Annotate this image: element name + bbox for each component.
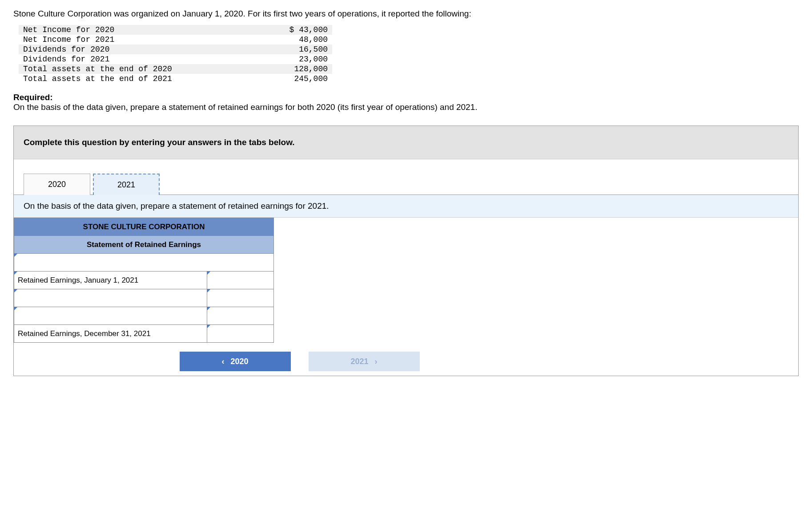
chevron-right-icon: ›: [375, 357, 378, 366]
next-button[interactable]: 2021 ›: [309, 352, 420, 371]
next-label: 2021: [350, 357, 368, 366]
end-balance-input[interactable]: [207, 325, 274, 343]
prev-button[interactable]: ‹ 2020: [180, 352, 291, 371]
tab-instruction: On the basis of the data given, prepare …: [14, 195, 798, 218]
required-block: Required: On the basis of the data given…: [13, 93, 799, 112]
end-balance-label: Retained Earnings, December 31, 2021: [14, 325, 207, 343]
company-name-header: STONE CULTURE CORPORATION: [14, 218, 274, 236]
data-label: Dividends for 2021: [19, 54, 281, 64]
data-label: Dividends for 2020: [19, 45, 281, 54]
line-item-input[interactable]: [207, 307, 274, 325]
required-text: On the basis of the data given, prepare …: [13, 102, 478, 112]
line-item-label[interactable]: [14, 307, 207, 325]
instruction-bar: Complete this question by entering your …: [14, 126, 798, 159]
data-value: 16,500: [281, 45, 332, 54]
data-label: Total assets at the end of 2020: [19, 64, 281, 74]
data-label: Net Income for 2020: [19, 25, 281, 35]
data-label: Total assets at the end of 2021: [19, 74, 281, 84]
data-value: 23,000: [281, 54, 332, 64]
date-row-input[interactable]: [14, 254, 274, 272]
statement-title: Statement of Retained Earnings: [14, 236, 274, 254]
answer-area: Complete this question by entering your …: [13, 126, 799, 376]
table-row: Dividends for 2020 16,500: [19, 45, 332, 54]
chevron-left-icon: ‹: [221, 357, 224, 366]
worksheet: STONE CULTURE CORPORATION Statement of R…: [14, 218, 798, 343]
table-row: Net Income for 2020 $ 43,000: [19, 25, 332, 35]
tab-2020[interactable]: 2020: [24, 174, 90, 195]
line-item-input[interactable]: [207, 289, 274, 307]
nav-buttons: ‹ 2020 2021 ›: [169, 343, 430, 376]
table-row: Net Income for 2021 48,000: [19, 35, 332, 45]
given-data-table: Net Income for 2020 $ 43,000 Net Income …: [19, 25, 332, 84]
table-row: Total assets at the end of 2020 128,000: [19, 64, 332, 74]
data-value: 48,000: [281, 35, 332, 45]
begin-balance-label[interactable]: Retained Earnings, January 1, 2021: [14, 272, 207, 289]
table-row: Total assets at the end of 2021 245,000: [19, 74, 332, 84]
tab-2021[interactable]: 2021: [93, 174, 160, 195]
intro-text: Stone Culture Corporation was organized …: [13, 9, 799, 19]
line-item-label[interactable]: [14, 289, 207, 307]
table-row: Dividends for 2021 23,000: [19, 54, 332, 64]
data-label: Net Income for 2021: [19, 35, 281, 45]
data-value: 128,000: [281, 64, 332, 74]
begin-balance-input[interactable]: [207, 272, 274, 289]
prev-label: 2020: [230, 357, 248, 366]
required-label: Required:: [13, 93, 53, 102]
data-value: 245,000: [281, 74, 332, 84]
data-value: $ 43,000: [281, 25, 332, 35]
tabs-row: 2020 2021: [14, 159, 798, 195]
